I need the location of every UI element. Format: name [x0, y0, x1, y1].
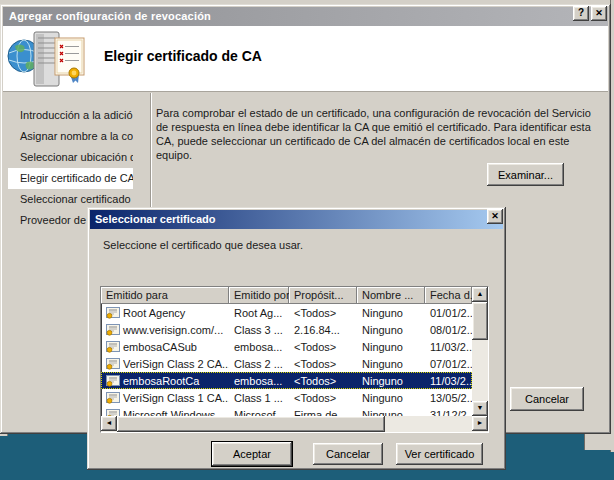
view-certificate-button[interactable]: Ver certificado [396, 443, 483, 465]
certificate-icon [106, 375, 120, 387]
certificate-row[interactable]: www.verisign.com/...Class 3 ...2.16.84..… [101, 321, 472, 338]
certificate-cell: embosaRootCa [101, 375, 229, 387]
sidebar-step: Introducción a la adició... [8, 105, 133, 126]
wizard-cancel-button[interactable]: Cancelar [510, 387, 584, 411]
wizard-title: Agregar configuración de revocación [9, 10, 211, 22]
dialog-title: Seleccionar certificado [95, 213, 215, 225]
close-button[interactable]: ✕ [591, 6, 607, 21]
certificate-cell: Microsoft Windows... [101, 409, 229, 417]
certificate-cell: <Todos> [289, 307, 357, 319]
certificate-list: Emitido paraEmitido porPropósit...Nombre… [100, 286, 489, 433]
certificate-cell: embosa... [229, 375, 289, 387]
certificate-cell: Root Agency [101, 307, 229, 319]
sidebar-step: Asignar nombre a la co... [8, 126, 133, 147]
certificate-cell: Ninguno [357, 409, 425, 417]
certificate-cell: Ninguno [357, 307, 425, 319]
certificate-row[interactable]: Root AgencyRoot Ag...<Todos>Ninguno01/01… [101, 304, 472, 321]
select-certificate-dialog: Seleccionar certificado ✕ Seleccione el … [87, 207, 506, 470]
column-header[interactable]: Emitido por [229, 287, 289, 304]
certificate-cell: VeriSign Class 1 CA... [101, 392, 229, 404]
certificate-cell: <Todos> [289, 375, 357, 387]
sidebar-step: Elegir certificado de CA [8, 168, 133, 189]
certificate-cell: VeriSign Class 2 CA... [101, 358, 229, 370]
certificate-row[interactable]: VeriSign Class 2 CA...Class 2 ...<Todos>… [101, 355, 472, 372]
certificate-cell: embosaCASub [101, 341, 229, 353]
certificate-icon [106, 341, 120, 353]
certificate-cell: Ninguno [357, 392, 425, 404]
dialog-titlebar[interactable]: Seleccionar certificado [90, 210, 503, 229]
page-title: Elegir certificado de CA [104, 48, 262, 64]
vertical-scroll-thumb[interactable] [472, 302, 488, 340]
scroll-down-icon[interactable]: ▼ [472, 401, 488, 416]
certificate-cell: 2.16.84... [289, 324, 357, 336]
horizontal-scroll-thumb[interactable] [117, 416, 385, 432]
certificate-cell: Class 3 ... [229, 324, 289, 336]
certificate-row[interactable]: embosaRootCaembosa...<Todos>Ninguno11/03… [101, 372, 472, 389]
certificate-cell: Class 1 ... [229, 392, 289, 404]
browse-button[interactable]: Examinar... [487, 163, 564, 186]
certificate-cell: Root Ag... [229, 307, 289, 319]
certificate-cell: Firma de... [289, 409, 357, 417]
certificate-cell: 08/01/2.. [425, 324, 472, 336]
vertical-scrollbar[interactable]: ▲ ▼ [472, 287, 488, 416]
certificate-cell: <Todos> [289, 392, 357, 404]
certificate-icon [106, 358, 120, 370]
certificate-cell: 31/12/2... [425, 409, 472, 417]
certificate-icon [106, 307, 120, 319]
certificate-cell: <Todos> [289, 358, 357, 370]
certificate-icon [106, 409, 120, 417]
scroll-up-icon[interactable]: ▲ [472, 287, 488, 302]
listview-rows: Root AgencyRoot Ag...<Todos>Ninguno01/01… [101, 304, 472, 416]
certificate-cell: 07/01/2.. [425, 358, 472, 370]
scroll-left-icon[interactable]: ◄ [101, 416, 117, 431]
dialog-cancel-button[interactable]: Cancelar [313, 443, 383, 465]
certificate-icon [106, 324, 120, 336]
sidebar-step: Seleccionar ubicación d... [8, 147, 133, 168]
certificate-cell: 11/03/2.. [425, 341, 472, 353]
certificate-row[interactable]: embosaCASubembosa...<Todos>Ninguno11/03/… [101, 338, 472, 355]
wizard-titlebar[interactable]: Agregar configuración de revocación [3, 7, 608, 26]
accept-button[interactable]: Aceptar [212, 442, 292, 466]
column-header[interactable]: Propósit... [289, 287, 357, 304]
certificate-icon [106, 392, 120, 404]
certificate-cell: 13/05/2... [425, 392, 472, 404]
column-header[interactable]: Emitido para [101, 287, 229, 304]
certificate-cell: Ninguno [357, 375, 425, 387]
certificate-cell: Microsof... [229, 409, 289, 417]
certificate-cell: Class 2 ... [229, 358, 289, 370]
help-button[interactable]: ? [573, 6, 589, 21]
horizontal-scrollbar[interactable]: ◄ ► [101, 416, 488, 432]
vertical-scroll-track[interactable] [472, 340, 488, 401]
dialog-close-button[interactable]: ✕ [487, 209, 503, 224]
listview-header: Emitido paraEmitido porPropósit...Nombre… [101, 287, 472, 304]
certificate-cell: <Todos> [289, 341, 357, 353]
certificate-cell: www.verisign.com/... [101, 324, 229, 336]
instruction-text: Para comprobar el estado de un certifica… [156, 106, 593, 162]
certificate-cell: Ninguno [357, 341, 425, 353]
column-header[interactable]: Nombre ... [357, 287, 425, 304]
certificate-cell: 11/03/2.. [425, 375, 472, 387]
column-header[interactable]: Fecha d.. [425, 287, 472, 304]
certificate-cell: Ninguno [357, 324, 425, 336]
dialog-instruction: Seleccione el certificado que desea usar… [103, 239, 303, 251]
certificate-cell: 01/01/2.. [425, 307, 472, 319]
scroll-right-icon[interactable]: ► [472, 416, 488, 431]
horizontal-scroll-track[interactable] [385, 416, 472, 432]
certificate-row[interactable]: VeriSign Class 1 CA...Class 1 ...<Todos>… [101, 389, 472, 406]
certificate-cell: Ninguno [357, 358, 425, 370]
certificate-cell: embosa... [229, 341, 289, 353]
wizard-header: Elegir certificado de CA [3, 26, 608, 92]
revocation-wizard-icon [7, 28, 89, 90]
certificate-row[interactable]: Microsoft Windows...Microsof...Firma de.… [101, 406, 472, 416]
